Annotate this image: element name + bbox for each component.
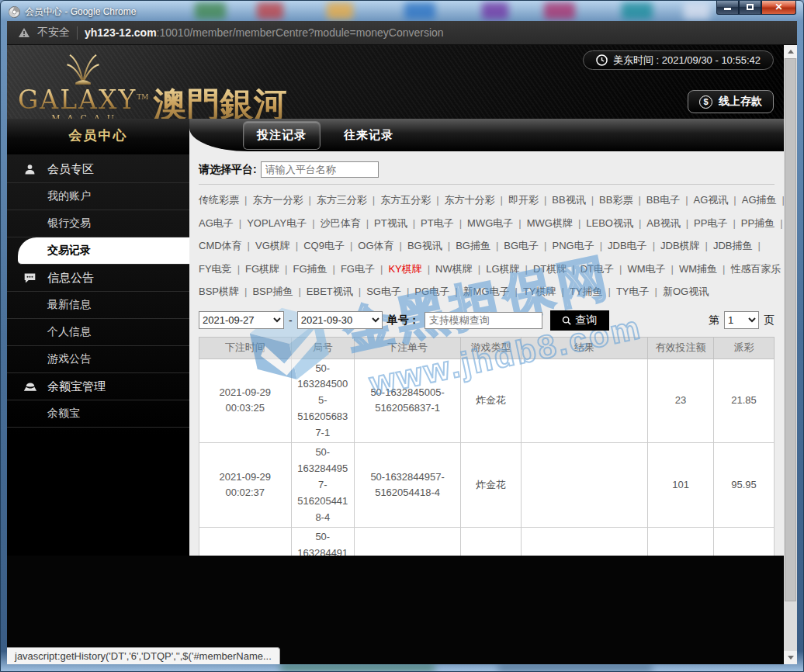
platform-link[interactable]: PP捕鱼 [741,217,775,229]
address-divider [77,26,78,40]
platform-link[interactable]: 传统彩票 [199,194,239,206]
platform-link[interactable]: NW棋牌 [435,263,473,275]
cell-result [521,528,647,556]
close-button[interactable]: ✕ [761,1,796,15]
separator: | [572,263,574,275]
platform-link[interactable]: BG捕鱼 [456,240,490,251]
platform-link[interactable]: 即开彩 [508,194,539,206]
sidebar-item-银行交易[interactable]: 银行交易 [7,210,189,237]
platform-link[interactable]: MWG棋牌 [527,217,573,229]
platform-link[interactable]: PT视讯 [374,217,407,229]
search-button[interactable]: 查询 [550,310,609,331]
sidebar-section-会员专区[interactable]: 会员专区 [7,156,189,183]
platform-link[interactable]: AG捕鱼 [742,194,777,206]
platform-link[interactable]: BSP捕鱼 [252,286,293,297]
platform-link[interactable]: OG体育 [358,240,393,251]
platform-link[interactable]: 新OG视讯 [663,286,709,297]
column-header-payout: 派彩 [714,337,775,359]
platform-link[interactable]: KY棋牌 [388,263,421,275]
scrollbar-up-arrow-icon[interactable] [784,45,797,58]
platform-link[interactable]: AG电子 [199,217,234,229]
platform-link[interactable]: 东方十分彩 [445,194,495,206]
platform-link[interactable]: LG棋牌 [486,263,519,275]
sidebar-item-余额宝[interactable]: 余额宝 [7,400,189,428]
cell-game-type: 炸金花 [461,359,522,443]
window-titlebar[interactable]: 会员中心 - Google Chrome [9,3,679,20]
platform-link[interactable]: TY捕鱼 [570,286,603,297]
platform-link[interactable]: AB视讯 [646,217,680,229]
tab-transfer-records[interactable]: 往来记录 [331,122,407,149]
sidebar-section-信息公告[interactable]: 信息公告 [7,265,189,292]
platform-link[interactable]: PT电子 [421,217,454,229]
separator: | [333,263,335,275]
platform-link[interactable]: VG棋牌 [255,240,290,251]
platform-link[interactable]: 新MG电子 [463,286,510,297]
sidebar-item-个人信息[interactable]: 个人信息 [7,319,189,346]
platform-link[interactable]: WM捕鱼 [679,263,717,275]
platform-link[interactable]: BB视讯 [552,194,585,206]
sidebar-item-最新信息[interactable]: 最新信息 [7,292,189,319]
platform-link[interactable]: YOPLAY电子 [247,217,307,229]
scrollbar-thumb[interactable] [785,58,796,601]
platform-link[interactable]: 东方五分彩 [380,194,431,206]
sidebar-section-余额宝管理[interactable]: 余额宝管理 [7,373,189,400]
sidebar-item-我的账户[interactable]: 我的账户 [7,183,189,210]
platform-link[interactable]: SG电子 [366,286,401,297]
cell-round-number: 50-1632844957-5162054418-4 [291,443,355,528]
maximize-button[interactable] [739,1,761,15]
platform-link[interactable]: BSP棋牌 [199,286,239,297]
platform-link[interactable]: PP电子 [694,217,727,229]
address-bar[interactable]: 不安全 yh123-12.com:10010/member/memberCent… [7,21,797,45]
platform-link[interactable]: JDB电子 [608,240,647,251]
platform-link[interactable]: CQ9电子 [303,240,345,251]
date-from-select[interactable]: 2021-09-27 [199,311,284,329]
platform-link[interactable]: DT电子 [580,263,614,275]
cell-bet-order-number: 50-1632845005-5162056837-1 [355,359,461,443]
platform-link[interactable]: PNG电子 [553,240,594,251]
platform-link[interactable]: FY电竞 [199,263,232,275]
platform-link[interactable]: MWG电子 [467,217,513,229]
platform-link[interactable]: BB电子 [646,194,680,206]
platform-link[interactable]: TY电子 [616,286,650,297]
platform-link[interactable]: 东方三分彩 [317,194,367,206]
platform-link[interactable]: BB彩票 [599,194,632,206]
scrollbar-down-arrow-icon[interactable] [784,651,797,664]
platform-link[interactable]: CMD体育 [199,240,242,251]
platform-link[interactable]: JDB捕鱼 [713,240,753,251]
platform-link[interactable]: BG电子 [504,240,539,251]
platform-link[interactable]: WM电子 [627,263,665,275]
separator: | [400,240,402,251]
platform-link[interactable]: LEBO视讯 [586,217,633,229]
platform-link[interactable]: AG视讯 [694,194,729,206]
platform-link[interactable]: BG视讯 [407,240,442,251]
platform-link[interactable]: JDB棋牌 [660,240,700,251]
platform-link[interactable]: PG电子 [414,286,449,297]
cell-result [521,359,647,443]
sidebar-item-交易记录[interactable]: 交易记录 [18,237,189,265]
platform-link[interactable]: DT棋牌 [533,263,567,275]
platform-name-input[interactable] [261,161,379,178]
separator: | [237,263,240,275]
sidebar-item-游戏公告[interactable]: 游戏公告 [7,346,189,373]
filter-row: 2021-09-27 - 2021-09-30 单号： 查询 [199,310,775,331]
platform-link[interactable]: FG捕鱼 [293,263,327,275]
vertical-scrollbar[interactable] [784,45,797,664]
platform-link[interactable]: 东方一分彩 [252,194,303,206]
column-header-bet-time: 下注时间 [199,337,292,359]
order-number-input[interactable] [425,312,542,329]
platform-link[interactable]: 沙巴体育 [321,217,361,229]
date-to-select[interactable]: 2021-09-30 [297,311,383,329]
separator: | [350,240,352,251]
platform-link[interactable]: TY棋牌 [523,286,556,297]
online-deposit-button[interactable]: $ 线上存款 [688,90,774,113]
platform-link[interactable]: FG棋牌 [245,263,279,275]
page-select[interactable]: 1 [724,311,759,329]
tab-bet-records[interactable]: 投注记录 [244,122,320,149]
brand-name: GALAXYTM [18,85,148,112]
member-center-heading: 会员中心 [7,119,189,154]
platform-link[interactable]: EBET视讯 [307,286,353,297]
platform-link[interactable]: FG电子 [341,263,375,275]
minimize-button[interactable] [716,1,739,15]
separator: | [686,217,688,229]
platform-link[interactable]: 性感百家乐 [730,263,781,275]
